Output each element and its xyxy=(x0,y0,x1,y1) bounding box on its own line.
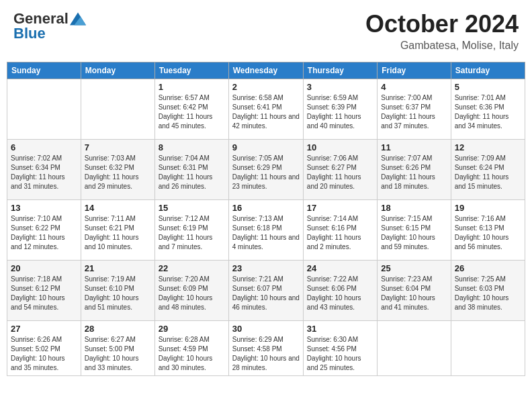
table-row: 23Sunrise: 7:21 AM Sunset: 6:07 PM Dayli… xyxy=(228,261,303,321)
day-number: 26 xyxy=(455,263,521,273)
day-info: Sunrise: 6:30 AM Sunset: 4:56 PM Dayligh… xyxy=(307,335,373,373)
col-friday: Friday xyxy=(378,62,451,79)
table-row: 28Sunrise: 6:27 AM Sunset: 5:00 PM Dayli… xyxy=(81,321,154,376)
day-info: Sunrise: 7:11 AM Sunset: 6:21 PM Dayligh… xyxy=(85,214,151,252)
day-number: 8 xyxy=(159,142,225,152)
calendar-table: Sunday Monday Tuesday Wednesday Thursday… xyxy=(7,62,525,376)
table-row: 26Sunrise: 7:25 AM Sunset: 6:03 PM Dayli… xyxy=(451,261,525,321)
day-number: 22 xyxy=(159,263,225,273)
day-info: Sunrise: 7:16 AM Sunset: 6:13 PM Dayligh… xyxy=(455,214,521,252)
day-number: 15 xyxy=(159,203,225,213)
day-number: 20 xyxy=(11,263,77,273)
table-row: 5Sunrise: 7:01 AM Sunset: 6:36 PM Daylig… xyxy=(451,79,525,140)
col-saturday: Saturday xyxy=(451,62,525,79)
day-number: 18 xyxy=(381,203,447,213)
table-row: 6Sunrise: 7:02 AM Sunset: 6:34 PM Daylig… xyxy=(7,140,81,200)
day-number: 29 xyxy=(159,324,225,334)
day-info: Sunrise: 7:06 AM Sunset: 6:27 PM Dayligh… xyxy=(307,154,373,191)
day-info: Sunrise: 7:00 AM Sunset: 6:37 PM Dayligh… xyxy=(381,93,447,131)
table-row: 16Sunrise: 7:13 AM Sunset: 6:18 PM Dayli… xyxy=(228,200,303,261)
day-number: 2 xyxy=(232,82,300,92)
col-sunday: Sunday xyxy=(7,62,81,79)
day-number: 21 xyxy=(85,263,151,273)
table-row xyxy=(451,321,525,376)
day-info: Sunrise: 7:20 AM Sunset: 6:09 PM Dayligh… xyxy=(159,275,225,312)
day-info: Sunrise: 7:15 AM Sunset: 6:15 PM Dayligh… xyxy=(381,214,447,252)
day-number: 14 xyxy=(85,203,151,213)
day-number: 12 xyxy=(455,142,521,152)
day-number: 30 xyxy=(232,324,300,334)
table-row: 25Sunrise: 7:23 AM Sunset: 6:04 PM Dayli… xyxy=(378,261,451,321)
table-row xyxy=(7,79,81,140)
day-info: Sunrise: 6:26 AM Sunset: 5:02 PM Dayligh… xyxy=(11,335,77,373)
day-number: 4 xyxy=(381,82,447,92)
day-info: Sunrise: 7:04 AM Sunset: 6:31 PM Dayligh… xyxy=(159,154,225,191)
logo-blue: Blue xyxy=(13,25,46,42)
table-row: 24Sunrise: 7:22 AM Sunset: 6:06 PM Dayli… xyxy=(303,261,377,321)
day-info: Sunrise: 7:23 AM Sunset: 6:04 PM Dayligh… xyxy=(381,275,447,312)
day-number: 5 xyxy=(455,82,521,92)
table-row: 1Sunrise: 6:57 AM Sunset: 6:42 PM Daylig… xyxy=(154,79,228,140)
day-info: Sunrise: 7:05 AM Sunset: 6:29 PM Dayligh… xyxy=(232,154,300,191)
day-info: Sunrise: 7:07 AM Sunset: 6:26 PM Dayligh… xyxy=(381,154,447,191)
table-row xyxy=(81,79,154,140)
day-number: 16 xyxy=(232,203,300,213)
title-block: October 2024 Gambatesa, Molise, Italy xyxy=(365,10,519,52)
col-wednesday: Wednesday xyxy=(228,62,303,79)
table-row: 3Sunrise: 6:59 AM Sunset: 6:39 PM Daylig… xyxy=(303,79,377,140)
table-row: 22Sunrise: 7:20 AM Sunset: 6:09 PM Dayli… xyxy=(154,261,228,321)
day-info: Sunrise: 6:29 AM Sunset: 4:58 PM Dayligh… xyxy=(232,335,300,373)
day-number: 23 xyxy=(232,263,300,273)
table-row: 27Sunrise: 6:26 AM Sunset: 5:02 PM Dayli… xyxy=(7,321,81,376)
col-monday: Monday xyxy=(81,62,154,79)
day-info: Sunrise: 7:01 AM Sunset: 6:36 PM Dayligh… xyxy=(455,93,521,131)
month-title: October 2024 xyxy=(365,10,519,38)
day-info: Sunrise: 7:14 AM Sunset: 6:16 PM Dayligh… xyxy=(307,214,373,252)
day-info: Sunrise: 7:12 AM Sunset: 6:19 PM Dayligh… xyxy=(159,214,225,252)
table-row: 30Sunrise: 6:29 AM Sunset: 4:58 PM Dayli… xyxy=(228,321,303,376)
table-row: 15Sunrise: 7:12 AM Sunset: 6:19 PM Dayli… xyxy=(154,200,228,261)
table-row: 19Sunrise: 7:16 AM Sunset: 6:13 PM Dayli… xyxy=(451,200,525,261)
day-info: Sunrise: 6:58 AM Sunset: 6:41 PM Dayligh… xyxy=(232,93,300,131)
table-row: 7Sunrise: 7:03 AM Sunset: 6:32 PM Daylig… xyxy=(81,140,154,200)
day-info: Sunrise: 7:25 AM Sunset: 6:03 PM Dayligh… xyxy=(455,275,521,312)
logo: General Blue xyxy=(13,10,86,42)
day-number: 10 xyxy=(307,142,373,152)
location-title: Gambatesa, Molise, Italy xyxy=(365,40,519,52)
table-row xyxy=(378,321,451,376)
day-number: 1 xyxy=(159,82,225,92)
day-number: 7 xyxy=(85,142,151,152)
table-row: 13Sunrise: 7:10 AM Sunset: 6:22 PM Dayli… xyxy=(7,200,81,261)
table-row: 11Sunrise: 7:07 AM Sunset: 6:26 PM Dayli… xyxy=(378,140,451,200)
day-info: Sunrise: 7:03 AM Sunset: 6:32 PM Dayligh… xyxy=(85,154,151,191)
day-number: 28 xyxy=(85,324,151,334)
table-row: 18Sunrise: 7:15 AM Sunset: 6:15 PM Dayli… xyxy=(378,200,451,261)
day-number: 3 xyxy=(307,82,373,92)
page-header: General Blue October 2024 Gambatesa, Mol… xyxy=(7,7,525,55)
day-info: Sunrise: 6:59 AM Sunset: 6:39 PM Dayligh… xyxy=(307,93,373,131)
table-row: 9Sunrise: 7:05 AM Sunset: 6:29 PM Daylig… xyxy=(228,140,303,200)
day-info: Sunrise: 7:19 AM Sunset: 6:10 PM Dayligh… xyxy=(85,275,151,312)
table-row: 29Sunrise: 6:28 AM Sunset: 4:59 PM Dayli… xyxy=(154,321,228,376)
table-row: 12Sunrise: 7:09 AM Sunset: 6:24 PM Dayli… xyxy=(451,140,525,200)
logo-icon xyxy=(70,12,86,26)
table-row: 10Sunrise: 7:06 AM Sunset: 6:27 PM Dayli… xyxy=(303,140,377,200)
day-info: Sunrise: 7:22 AM Sunset: 6:06 PM Dayligh… xyxy=(307,275,373,312)
day-number: 13 xyxy=(11,203,77,213)
day-info: Sunrise: 7:21 AM Sunset: 6:07 PM Dayligh… xyxy=(232,275,300,312)
table-row: 8Sunrise: 7:04 AM Sunset: 6:31 PM Daylig… xyxy=(154,140,228,200)
col-thursday: Thursday xyxy=(303,62,377,79)
day-number: 19 xyxy=(455,203,521,213)
table-row: 20Sunrise: 7:18 AM Sunset: 6:12 PM Dayli… xyxy=(7,261,81,321)
table-row: 4Sunrise: 7:00 AM Sunset: 6:37 PM Daylig… xyxy=(378,79,451,140)
table-row: 2Sunrise: 6:58 AM Sunset: 6:41 PM Daylig… xyxy=(228,79,303,140)
day-number: 11 xyxy=(381,142,447,152)
table-row: 31Sunrise: 6:30 AM Sunset: 4:56 PM Dayli… xyxy=(303,321,377,376)
day-number: 17 xyxy=(307,203,373,213)
col-tuesday: Tuesday xyxy=(154,62,228,79)
table-row: 17Sunrise: 7:14 AM Sunset: 6:16 PM Dayli… xyxy=(303,200,377,261)
day-info: Sunrise: 7:09 AM Sunset: 6:24 PM Dayligh… xyxy=(455,154,521,191)
day-info: Sunrise: 6:57 AM Sunset: 6:42 PM Dayligh… xyxy=(159,93,225,131)
calendar-header-row: Sunday Monday Tuesday Wednesday Thursday… xyxy=(7,62,525,79)
day-info: Sunrise: 6:27 AM Sunset: 5:00 PM Dayligh… xyxy=(85,335,151,373)
